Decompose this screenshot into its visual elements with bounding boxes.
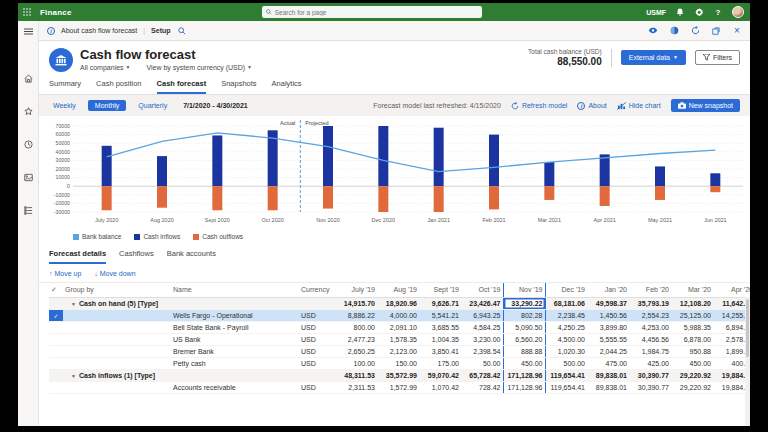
value-cell[interactable]: 175.00 xyxy=(419,357,461,369)
value-cell[interactable]: 6,878.00 xyxy=(671,333,713,345)
currency-cell[interactable]: USD xyxy=(299,345,335,357)
move-down-button[interactable]: ↓ Move down xyxy=(94,270,135,277)
column-header-sept-19[interactable]: Sept '19 xyxy=(419,283,461,297)
row-select-cell[interactable] xyxy=(49,321,63,333)
value-cell[interactable]: 4,000.00 xyxy=(377,309,419,321)
filters-button[interactable]: Filters xyxy=(695,50,740,65)
value-cell[interactable]: 450.00 xyxy=(671,357,713,369)
currency-cell[interactable] xyxy=(299,297,335,309)
group-by-cell[interactable]: ▼Cash on hand (5) [Type] xyxy=(63,297,171,309)
value-cell[interactable]: 2,554.23 xyxy=(629,309,671,321)
close-icon[interactable]: × xyxy=(732,26,742,36)
currency-cell[interactable]: USD xyxy=(299,309,335,321)
value-cell[interactable]: 1,070.42 xyxy=(419,381,461,393)
row-select-cell[interactable] xyxy=(49,345,63,357)
value-cell[interactable]: 171,128.96 xyxy=(503,369,545,381)
column-header-july-19[interactable]: July '19 xyxy=(335,283,377,297)
collapse-chevron-icon[interactable]: ▼ xyxy=(71,301,76,307)
value-cell[interactable]: 89,838.01 xyxy=(587,381,629,393)
value-cell[interactable]: 50.00 xyxy=(461,357,503,369)
global-search-input[interactable] xyxy=(275,9,478,16)
column-header-currency[interactable]: Currency xyxy=(299,283,335,297)
group-by-cell[interactable] xyxy=(63,321,171,333)
value-cell[interactable]: 4,456.56 xyxy=(629,333,671,345)
notifications-bell-icon[interactable] xyxy=(675,7,685,17)
group-by-cell[interactable] xyxy=(63,333,171,345)
about-link[interactable]: i About xyxy=(577,102,606,110)
value-cell[interactable]: 1,578.35 xyxy=(377,333,419,345)
value-cell[interactable]: 1,020.30 xyxy=(545,345,587,357)
name-cell[interactable]: US Bank xyxy=(171,333,299,345)
value-cell[interactable]: 1,450.56 xyxy=(587,309,629,321)
value-cell[interactable]: 12,108.20 xyxy=(671,297,713,309)
value-cell[interactable]: 171,128.96 xyxy=(503,381,545,393)
legend-item-cash-inflows[interactable]: Cash inflows xyxy=(134,233,180,240)
value-cell[interactable]: 5,555.55 xyxy=(587,333,629,345)
table-row[interactable]: Bremer BankUSD2,650.252,123.003,850.412,… xyxy=(49,345,750,357)
home-icon[interactable] xyxy=(18,68,38,88)
column-header-mar-20[interactable]: Mar '20 xyxy=(671,283,713,297)
value-cell[interactable]: 49,598.37 xyxy=(587,297,629,309)
column-header-dec-19[interactable]: Dec '19 xyxy=(545,283,587,297)
news-image-icon[interactable] xyxy=(18,167,38,187)
value-cell[interactable]: 5,541.21 xyxy=(419,309,461,321)
value-cell[interactable]: 30,390.77 xyxy=(629,369,671,381)
value-cell[interactable]: 30,390.77 xyxy=(629,381,671,393)
presence-circle-icon[interactable] xyxy=(669,26,679,36)
about-page-link[interactable]: About cash flow forecast xyxy=(61,27,137,34)
collapse-chevron-icon[interactable]: ▼ xyxy=(71,373,76,379)
user-avatar[interactable] xyxy=(732,6,744,18)
help-icon[interactable]: ? xyxy=(713,7,723,17)
value-cell[interactable]: 3,850.41 xyxy=(419,345,461,357)
value-cell[interactable]: 2,311.53 xyxy=(335,381,377,393)
value-cell[interactable]: 35,572.99 xyxy=(377,369,419,381)
value-cell[interactable]: 4,253.00 xyxy=(629,321,671,333)
cash-flow-chart[interactable]: -30000-20000-100000100002000030000400005… xyxy=(39,116,750,243)
tab-snapshots[interactable]: Snapshots xyxy=(221,79,256,94)
value-cell[interactable]: 425.00 xyxy=(629,357,671,369)
value-cell[interactable]: 3,685.55 xyxy=(419,321,461,333)
row-select-cell[interactable] xyxy=(49,297,63,309)
column-header-name[interactable]: Name xyxy=(171,283,299,297)
value-cell[interactable]: 68,181.06 xyxy=(545,297,587,309)
value-cell[interactable]: 888.88 xyxy=(503,345,545,357)
vertical-scrollbar[interactable] xyxy=(745,297,750,426)
value-cell[interactable]: 119,654.41 xyxy=(545,381,587,393)
value-cell[interactable]: 9,626.71 xyxy=(419,297,461,309)
refresh-icon[interactable] xyxy=(690,26,700,36)
value-cell[interactable]: 2,123.00 xyxy=(377,345,419,357)
currency-cell[interactable]: USD xyxy=(299,321,335,333)
value-cell[interactable]: 950.88 xyxy=(671,345,713,357)
row-select-cell[interactable] xyxy=(49,333,63,345)
value-cell[interactable]: 2,477.23 xyxy=(335,333,377,345)
value-cell[interactable]: 2,044.25 xyxy=(587,345,629,357)
value-cell[interactable]: 800.00 xyxy=(335,321,377,333)
row-select-cell[interactable]: ✓ xyxy=(49,309,63,321)
group-by-cell[interactable] xyxy=(63,381,171,393)
value-cell[interactable]: 4,584.25 xyxy=(461,321,503,333)
value-cell[interactable]: 2,091.10 xyxy=(377,321,419,333)
value-cell[interactable]: 14,915.70 xyxy=(335,297,377,309)
column-header-oct-19[interactable]: Oct '19 xyxy=(461,283,503,297)
period-weekly[interactable]: Weekly xyxy=(49,100,80,111)
toolbar-search-icon[interactable] xyxy=(177,26,187,36)
value-cell[interactable]: 89,838.01 xyxy=(587,369,629,381)
value-cell[interactable]: 18,920.96 xyxy=(377,297,419,309)
value-cell[interactable]: 35,793.19 xyxy=(629,297,671,309)
name-cell[interactable]: Bell State Bank - Payroll xyxy=(171,321,299,333)
currency-cell[interactable]: USD xyxy=(299,381,335,393)
group-by-cell[interactable] xyxy=(63,357,171,369)
refresh-model-link[interactable]: Refresh model xyxy=(511,102,568,110)
name-cell[interactable]: Bremer Bank xyxy=(171,345,299,357)
value-cell[interactable]: 2,398.54 xyxy=(461,345,503,357)
value-cell[interactable]: 1,004.35 xyxy=(419,333,461,345)
column-header-feb-20[interactable]: Feb '20 xyxy=(629,283,671,297)
value-cell[interactable]: 5,090.50 xyxy=(503,321,545,333)
external-data-button[interactable]: External data▼ xyxy=(621,50,686,65)
move-up-button[interactable]: ↑ Move up xyxy=(49,270,81,277)
value-cell[interactable]: 500.00 xyxy=(545,357,587,369)
tab-analytics[interactable]: Analytics xyxy=(272,79,302,94)
value-cell[interactable]: 59,070.42 xyxy=(419,369,461,381)
currency-cell[interactable]: USD xyxy=(299,357,335,369)
name-cell[interactable]: Accounts receivable xyxy=(171,381,299,393)
